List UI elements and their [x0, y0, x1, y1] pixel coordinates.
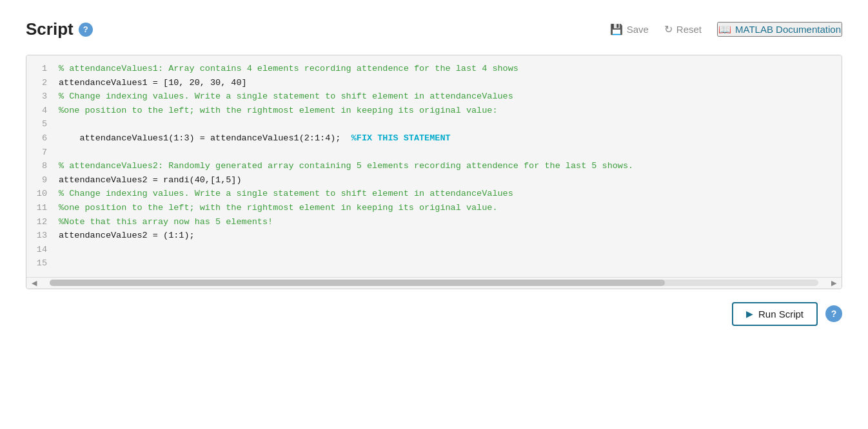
- code-line-5: [59, 117, 835, 131]
- line-num-5: 5: [34, 117, 47, 131]
- line-num-13: 13: [34, 229, 47, 243]
- page-container: Script ? 💾 Save ↻ Reset 📖 MATLAB Documen…: [0, 0, 868, 345]
- matlab-doc-label: MATLAB Documentation: [735, 24, 841, 35]
- line-num-1: 1: [34, 62, 47, 76]
- save-button[interactable]: 💾 Save: [610, 23, 649, 35]
- scrollbar-track[interactable]: [50, 280, 818, 286]
- code-line-12: %Note that this array now has 5 elements…: [59, 215, 835, 229]
- reset-icon: ↻: [664, 23, 673, 35]
- code-line-6: attendanceValues1(1:3) = attendanceValue…: [59, 131, 835, 146]
- editor-container[interactable]: 1 2 3 4 5 6 7 8 9 10 11 12 13 14 15 % at…: [26, 55, 842, 289]
- code-line-1: % attendanceValues1: Array contains 4 el…: [59, 62, 835, 76]
- save-icon: 💾: [610, 23, 623, 35]
- line-num-15: 15: [34, 256, 47, 271]
- code-line-14: [59, 243, 835, 257]
- code-line-8: % attendanceValues2: Randomly generated …: [59, 159, 835, 173]
- matlab-doc-icon: 📖: [718, 23, 731, 35]
- line-num-6: 6: [34, 131, 47, 146]
- line-numbers: 1 2 3 4 5 6 7 8 9 10 11 12 13 14 15: [26, 55, 52, 277]
- page-title: Script: [26, 19, 74, 39]
- code-line-13: attendanceValues2 = (1:1);: [59, 229, 835, 243]
- code-line-9: attendanceValues2 = randi(40,[1,5]): [59, 173, 835, 187]
- code-line-4: %one position to the left; with the righ…: [59, 104, 835, 118]
- matlab-doc-button[interactable]: 📖 MATLAB Documentation: [717, 22, 842, 37]
- code-line-3: % Change indexing values. Write a single…: [59, 90, 835, 104]
- scroll-right-arrow[interactable]: ▶: [830, 279, 838, 287]
- header-actions: 💾 Save ↻ Reset 📖 MATLAB Documentation: [610, 22, 842, 37]
- run-script-button[interactable]: ▶ Run Script: [732, 302, 818, 326]
- line-num-9: 9: [34, 173, 47, 187]
- code-lines[interactable]: % attendanceValues1: Array contains 4 el…: [52, 55, 842, 277]
- code-line-10: % Change indexing values. Write a single…: [59, 187, 835, 201]
- scrollbar-thumb[interactable]: [50, 280, 665, 286]
- line-num-14: 14: [34, 243, 47, 257]
- line-num-10: 10: [34, 187, 47, 201]
- code-line-15: [59, 256, 835, 271]
- line-num-11: 11: [34, 201, 47, 215]
- horizontal-scrollbar[interactable]: ◀ ▶: [26, 277, 842, 289]
- code-area[interactable]: 1 2 3 4 5 6 7 8 9 10 11 12 13 14 15 % at…: [26, 55, 842, 277]
- line-num-2: 2: [34, 76, 47, 90]
- footer-help-icon[interactable]: ?: [825, 305, 842, 322]
- run-script-label: Run Script: [758, 309, 804, 319]
- header-left: Script ?: [26, 19, 93, 39]
- save-label: Save: [627, 24, 649, 35]
- line-num-12: 12: [34, 215, 47, 229]
- line-num-4: 4: [34, 104, 47, 118]
- code-line-11: %one position to the left; with the righ…: [59, 201, 835, 215]
- code-line-7: [59, 146, 835, 160]
- reset-button[interactable]: ↻ Reset: [664, 23, 702, 35]
- line-num-8: 8: [34, 159, 47, 173]
- code-line-2: attendanceValues1 = [10, 20, 30, 40]: [59, 76, 835, 90]
- line-num-7: 7: [34, 146, 47, 160]
- title-help-icon[interactable]: ?: [79, 23, 93, 37]
- footer: ▶ Run Script ?: [26, 302, 842, 326]
- header: Script ? 💾 Save ↻ Reset 📖 MATLAB Documen…: [26, 19, 842, 39]
- reset-label: Reset: [676, 24, 702, 35]
- run-icon: ▶: [746, 309, 753, 319]
- scroll-left-arrow[interactable]: ◀: [30, 279, 38, 287]
- line-num-3: 3: [34, 90, 47, 104]
